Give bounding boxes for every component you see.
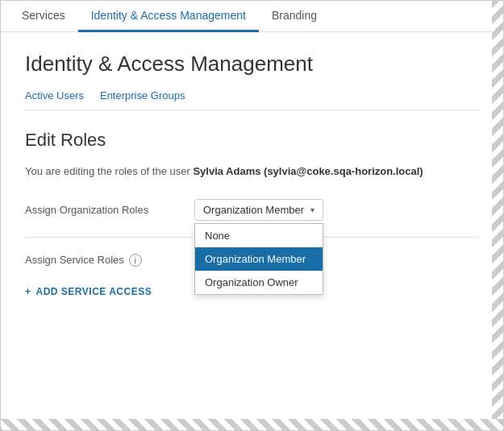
page-title: Identity & Access Management xyxy=(25,52,479,77)
plus-icon: + xyxy=(25,286,31,297)
edit-roles-description: You are editing the roles of the user Sy… xyxy=(25,164,479,180)
sub-nav: Active Users Enterprise Groups xyxy=(25,89,479,110)
add-service-label: ADD SERVICE ACCESS xyxy=(36,286,152,297)
tab-iam[interactable]: Identity & Access Management xyxy=(78,1,259,32)
org-roles-dropdown-trigger[interactable]: Organization Member ▾ xyxy=(194,199,323,221)
org-roles-dropdown-menu: None Organization Member Organization Ow… xyxy=(194,223,323,295)
dropdown-option-org-owner[interactable]: Organization Owner xyxy=(195,271,323,294)
user-name: Sylvia Adams (sylvia@coke.sqa-horizon.lo… xyxy=(193,165,423,177)
tab-branding[interactable]: Branding xyxy=(259,1,330,32)
main-window: Services Identity & Access Management Br… xyxy=(0,0,504,431)
tab-bar: Services Identity & Access Management Br… xyxy=(1,1,503,32)
chevron-down-icon: ▾ xyxy=(310,205,314,214)
sub-nav-active-users[interactable]: Active Users xyxy=(25,89,84,102)
assign-service-roles-label: Assign Service Roles xyxy=(25,254,124,266)
description-prefix: You are editing the roles of the user xyxy=(25,165,193,177)
tab-services[interactable]: Services xyxy=(9,1,78,32)
info-icon[interactable]: i xyxy=(129,254,142,267)
assign-org-roles-label: Assign Organization Roles xyxy=(25,199,194,216)
assign-org-roles-row: Assign Organization Roles Organization M… xyxy=(25,199,479,221)
content-area: Identity & Access Management Active User… xyxy=(1,32,503,430)
sub-nav-enterprise-groups[interactable]: Enterprise Groups xyxy=(100,89,185,102)
org-roles-control: Organization Member ▾ None Organization … xyxy=(194,199,323,221)
edit-roles-title: Edit Roles xyxy=(25,130,479,151)
dropdown-option-none[interactable]: None xyxy=(195,224,323,247)
dropdown-option-org-member[interactable]: Organization Member xyxy=(195,247,323,271)
org-roles-selected-value: Organization Member xyxy=(203,204,304,216)
